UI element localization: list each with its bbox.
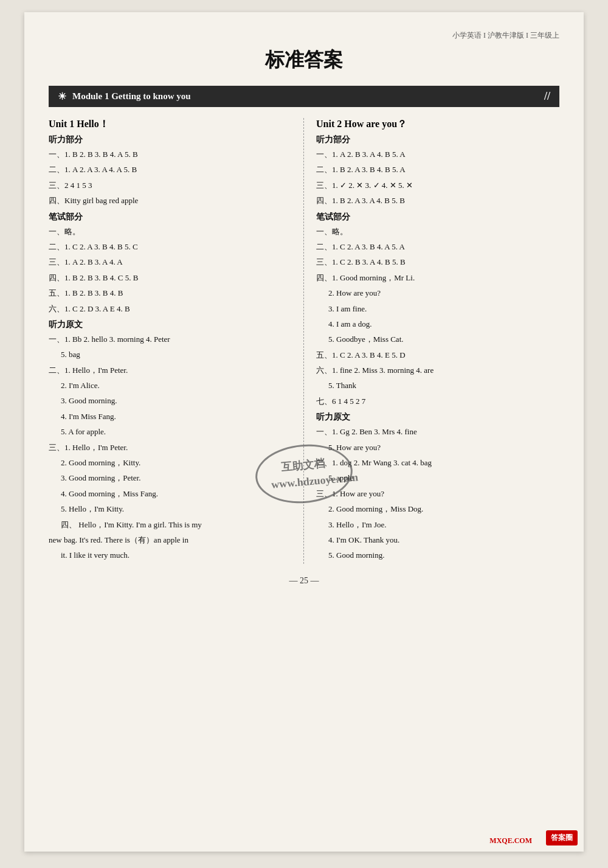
unit1-listening-title: 听力部分 bbox=[49, 134, 291, 145]
unit1-listen-2: 二、1. A 2. A 3. A 4. A 5. B bbox=[49, 162, 291, 176]
unit2-tr-3: 二、1. dog 2. Mr Wang 3. cat 4. bag bbox=[316, 456, 559, 470]
unit1-tr-13: 四、 Hello，I'm Kitty. I'm a girl. This is … bbox=[49, 518, 291, 532]
unit2-tr-6: 2. Good morning，Miss Dog. bbox=[316, 502, 559, 516]
unit2-tr-8: 4. I'm OK. Thank you. bbox=[316, 533, 559, 547]
page: 小学英语 I 沪教牛津版 I 三年级上 标准答案 ☀ Module 1 Gett… bbox=[24, 12, 584, 852]
unit2-listen-1: 一、1. A 2. B 3. A 4. B 5. A bbox=[316, 147, 559, 161]
unit1-written-4: 四、1. B 2. B 3. B 4. C 5. B bbox=[49, 271, 291, 285]
unit2-tr-7: 3. Hello，I'm Joe. bbox=[316, 518, 559, 532]
unit2-tr-2: 5. How are you? bbox=[316, 440, 559, 454]
unit1-written-3: 三、1. A 2. B 3. A 4. A bbox=[49, 255, 291, 269]
unit1-tr-5: 3. Good morning. bbox=[49, 394, 291, 408]
unit2-listen-4: 四、1. B 2. A 3. A 4. B 5. B bbox=[316, 193, 559, 207]
unit2-tr-5: 三、1. How are you? bbox=[316, 487, 559, 501]
unit1-written-1: 一、略。 bbox=[49, 224, 291, 238]
unit1-written-2: 二、1. C 2. A 3. B 4. B 5. C bbox=[49, 240, 291, 254]
unit2-tr-1: 一、1. Gg 2. Ben 3. Mrs 4. fine bbox=[316, 425, 559, 439]
unit2-written-4d: 5. Goodbye，Miss Cat. bbox=[316, 332, 559, 346]
unit2-written-3: 三、1. C 2. B 3. A 4. B 5. B bbox=[316, 255, 559, 269]
unit1-written-6: 六、1. C 2. D 3. A E 4. B bbox=[49, 302, 291, 316]
unit2-written-4: 四、1. Good morning，Mr Li. bbox=[316, 271, 559, 285]
unit2-written-5: 五、1. C 2. A 3. B 4. E 5. D bbox=[316, 348, 559, 362]
unit1-listen-3: 三、2 4 1 5 3 bbox=[49, 178, 291, 192]
unit1-tr-1: 一、1. Bb 2. hello 3. morning 4. Peter bbox=[49, 332, 291, 346]
unit1-tr-7: 5. A for apple. bbox=[49, 425, 291, 439]
unit1-tr-11: 4. Good morning，Miss Fang. bbox=[49, 487, 291, 501]
unit1-written-5: 五、1. B 2. B 3. B 4. B bbox=[49, 286, 291, 300]
unit2-tr-4: 5. apple bbox=[316, 471, 559, 485]
unit2-written-6: 六、1. fine 2. Miss 3. morning 4. are bbox=[316, 363, 559, 377]
unit2-written-2: 二、1. C 2. A 3. B 4. A 5. A bbox=[316, 240, 559, 254]
unit2-listening-title: 听力部分 bbox=[316, 134, 559, 145]
col-unit1: Unit 1 Hello！ 听力部分 一、1. B 2. B 3. B 4. A… bbox=[49, 118, 304, 564]
unit2-written-1: 一、略。 bbox=[316, 224, 559, 238]
top-right-header: 小学英语 I 沪教牛津版 I 三年级上 bbox=[49, 30, 559, 41]
unit1-listen-4: 四、Kitty girl bag red apple bbox=[49, 193, 291, 207]
unit1-tr-14: new bag. It's red. There is（有）an apple i… bbox=[49, 533, 291, 547]
unit2-written-title: 笔试部分 bbox=[316, 212, 559, 223]
unit1-tr-6: 4. I'm Miss Fang. bbox=[49, 409, 291, 423]
unit2-written-7: 七、6 1 4 5 2 7 bbox=[316, 394, 559, 408]
unit1-title: Unit 1 Hello！ bbox=[49, 118, 291, 131]
unit1-listen-1: 一、1. B 2. B 3. B 4. A 5. B bbox=[49, 147, 291, 161]
unit1-tr-12: 5. Hello，I'm Kitty. bbox=[49, 502, 291, 516]
unit1-tr-8: 三、1. Hello，I'm Peter. bbox=[49, 440, 291, 454]
unit2-written-4a: 2. How are you? bbox=[316, 286, 559, 300]
unit1-tr-3: 二、1. Hello，I'm Peter. bbox=[49, 363, 291, 377]
two-column-layout: Unit 1 Hello！ 听力部分 一、1. B 2. B 3. B 4. A… bbox=[49, 118, 559, 564]
slash-icon: // bbox=[544, 90, 550, 103]
unit1-tr-15: it. I like it very much. bbox=[49, 548, 291, 562]
main-title: 标准答案 bbox=[49, 47, 559, 74]
bulb-icon: ☀ bbox=[58, 91, 66, 102]
unit2-written-6a: 5. Thank bbox=[316, 378, 559, 392]
unit2-listen-2: 二、1. B 2. A 3. B 4. B 5. A bbox=[316, 162, 559, 176]
unit2-listen-3: 三、1. ✓ 2. ✕ 3. ✓ 4. ✕ 5. ✕ bbox=[316, 178, 559, 192]
module-label: Module 1 Getting to know you bbox=[72, 91, 191, 102]
unit1-tr-4: 2. I'm Alice. bbox=[49, 378, 291, 392]
answer-logo: 答案圈 bbox=[546, 830, 578, 845]
unit2-written-4c: 4. I am a dog. bbox=[316, 317, 559, 331]
page-number: — 25 — bbox=[49, 576, 559, 586]
mxqe-url: MXQE.COM bbox=[489, 836, 532, 845]
unit1-tr-10: 3. Good morning，Peter. bbox=[49, 471, 291, 485]
unit2-written-4b: 3. I am fine. bbox=[316, 302, 559, 316]
unit1-tr-9: 2. Good morning，Kitty. bbox=[49, 456, 291, 470]
col-unit2: Unit 2 How are you？ 听力部分 一、1. A 2. B 3. … bbox=[304, 118, 559, 564]
unit2-transcript-title: 听力原文 bbox=[316, 412, 559, 423]
unit2-title: Unit 2 How are you？ bbox=[316, 118, 559, 131]
unit1-transcript-title: 听力原文 bbox=[49, 319, 291, 330]
module-bar: ☀ Module 1 Getting to know you // bbox=[49, 86, 559, 107]
unit2-tr-9: 5. Good morning. bbox=[316, 548, 559, 562]
unit1-tr-2: 5. bag bbox=[49, 347, 291, 361]
unit1-written-title: 笔试部分 bbox=[49, 212, 291, 223]
